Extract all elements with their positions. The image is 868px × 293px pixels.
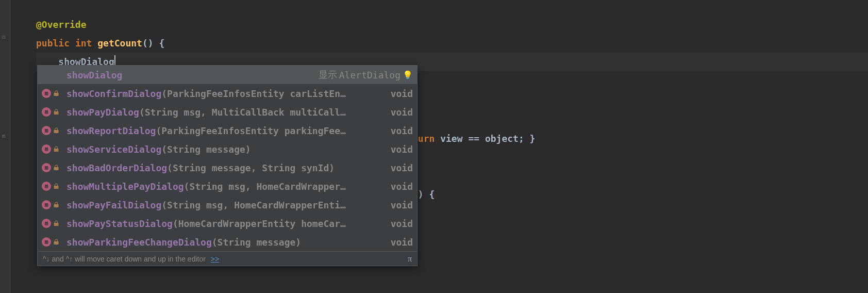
- completion-item[interactable]: mshowConfirmDialog(ParkingFeeInfosEntity…: [38, 84, 417, 103]
- completion-return-type: void: [382, 181, 413, 192]
- completion-text: showServiceDialog(String message): [66, 144, 251, 155]
- completion-item[interactable]: mshowMultiplePayDialog(String msg, HomeC…: [38, 177, 417, 196]
- method-icon: m: [42, 107, 51, 117]
- method-icon: m: [42, 219, 51, 228]
- completion-item[interactable]: mshowPayDialog(String msg, MultiCallBack…: [38, 103, 417, 121]
- completion-icon-slot: m: [42, 200, 62, 209]
- completion-text: showReportDialog(ParkingFeeInfosEntity p…: [66, 125, 346, 136]
- code-editor[interactable]: @Override public int getCount() { showDi…: [0, 0, 868, 71]
- method-icon: m: [42, 200, 51, 209]
- completion-icon-slot: m: [42, 219, 62, 228]
- completion-text: showPayDialog(String msg, MultiCallBack …: [66, 107, 346, 118]
- pi-icon[interactable]: π: [408, 254, 412, 264]
- completion-item[interactable]: mshowServiceDialog(String message)void: [38, 140, 417, 158]
- completion-text: showBadOrderDialog(String message, Strin…: [66, 162, 335, 173]
- lock-icon: [53, 90, 59, 96]
- completion-icon-slot: m: [42, 144, 62, 154]
- completion-icon-slot: m: [42, 107, 62, 117]
- completion-icon-slot: m: [42, 237, 62, 247]
- method-icon: m: [42, 126, 51, 135]
- completion-item[interactable]: mshowParkingFeeChangeDialog(String messa…: [38, 233, 417, 251]
- lock-icon: [53, 165, 59, 171]
- lock-icon: [53, 202, 59, 208]
- lock-icon: [53, 109, 59, 115]
- completion-return-type: void: [382, 218, 413, 229]
- completion-item[interactable]: mshowReportDialog(ParkingFeeInfosEntity …: [38, 121, 417, 140]
- completion-return-type: void: [382, 162, 413, 173]
- completion-text: showParkingFeeChangeDialog(String messag…: [66, 237, 301, 248]
- completion-icon-slot: m: [42, 126, 62, 135]
- background-code: turn view == object; }: [412, 133, 535, 144]
- footer-link[interactable]: >>: [211, 255, 219, 263]
- bulb-icon: 💡: [403, 70, 413, 80]
- completion-item-selected[interactable]: showDialog 显示AlertDialog💡: [38, 66, 417, 84]
- completion-item[interactable]: mshowPayStatusDialog(HomeCardWrapperEnti…: [38, 214, 417, 233]
- method-icon: m: [42, 144, 51, 154]
- fold-marker-icon[interactable]: ⊞: [2, 133, 5, 139]
- completion-text: showConfirmDialog(ParkingFeeInfosEntity …: [66, 88, 346, 99]
- completion-return-type: void: [382, 88, 413, 99]
- method-icon: m: [42, 182, 51, 191]
- method-icon: m: [42, 237, 51, 247]
- completion-icon-slot: m: [42, 163, 62, 172]
- completion-return-type: void: [382, 200, 413, 210]
- completion-popup[interactable]: showDialog 显示AlertDialog💡 mshowConfirmDi…: [37, 65, 418, 266]
- lock-icon: [53, 127, 59, 134]
- annotation: @Override: [36, 19, 87, 30]
- completion-text: showMultiplePayDialog(String msg, HomeCa…: [66, 181, 346, 192]
- code-line: @Override: [36, 15, 868, 34]
- completion-icon-slot: m: [42, 89, 62, 98]
- lock-icon: [53, 220, 59, 226]
- completion-icon-slot: m: [42, 182, 62, 191]
- completion-return-type: void: [382, 144, 413, 155]
- completion-text: showPayStatusDialog(HomeCardWrapperEntit…: [66, 218, 346, 229]
- method-icon: m: [42, 89, 51, 98]
- completion-return-type: void: [382, 237, 413, 248]
- method-icon: m: [42, 163, 51, 172]
- completion-item[interactable]: mshowBadOrderDialog(String message, Stri…: [38, 158, 417, 177]
- footer-hint: ^↓ and ^↑ will move caret down and up in…: [43, 255, 206, 263]
- code-line: public int getCount() {: [36, 34, 868, 53]
- lock-icon: [53, 183, 59, 189]
- completion-hint: 显示AlertDialog💡: [319, 69, 413, 81]
- completion-item[interactable]: mshowPayFailDialog(String msg, HomeCardW…: [38, 196, 417, 214]
- lock-icon: [53, 146, 59, 152]
- lock-icon: [53, 239, 59, 245]
- completion-return-type: void: [382, 107, 413, 118]
- completion-name: showDialog: [66, 70, 122, 80]
- popup-footer: ^↓ and ^↑ will move caret down and up in…: [38, 251, 417, 266]
- completion-return-type: void: [382, 125, 413, 136]
- completion-text: showPayFailDialog(String msg, HomeCardWr…: [66, 200, 346, 210]
